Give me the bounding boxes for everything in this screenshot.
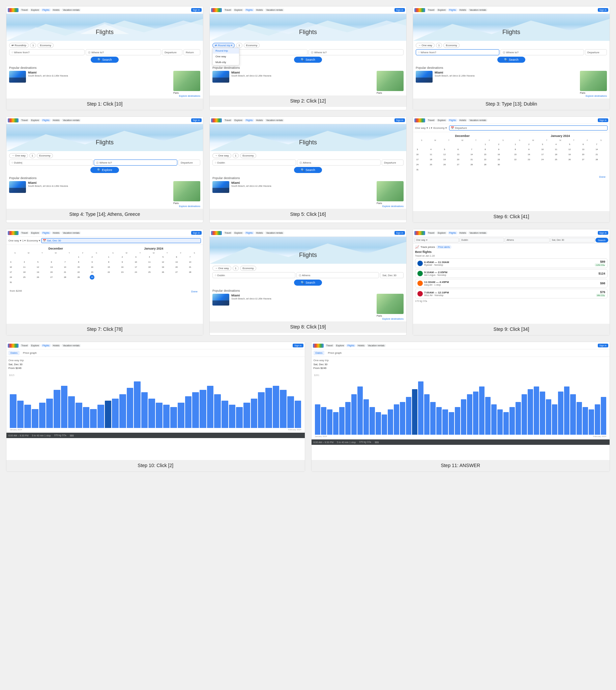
cal-day-4[interactable]: 4 xyxy=(428,147,433,152)
jan-day-24[interactable]: 24 xyxy=(540,157,545,162)
jan-day-27[interactable]: 27 xyxy=(581,157,586,162)
price-bar[interactable] xyxy=(265,388,272,428)
jan-day[interactable]: 12 xyxy=(160,260,165,264)
cal-day[interactable]: 16 xyxy=(90,265,94,269)
cal-day-29[interactable]: 29 xyxy=(483,162,487,167)
price-bar[interactable] xyxy=(370,407,375,435)
nav-travel[interactable]: Travel xyxy=(20,8,29,12)
passengers-chip[interactable]: 1 xyxy=(233,153,239,158)
nav-travel[interactable]: Travel xyxy=(20,119,29,122)
passengers-chip[interactable]: 1 xyxy=(436,43,442,48)
cal-day-18[interactable]: 18 xyxy=(428,157,433,162)
from-field[interactable]: ○ Where from? xyxy=(416,49,499,55)
price-bar[interactable] xyxy=(221,401,228,428)
miami-card[interactable]: Miami South Beach, art deco & Little Hav… xyxy=(9,181,172,203)
explore-destinations-btn[interactable]: Explore destinations xyxy=(9,95,200,97)
jan-day[interactable]: 8 xyxy=(107,260,111,264)
price-bar[interactable] xyxy=(141,392,148,428)
cal-day[interactable]: 13 xyxy=(49,265,54,269)
price-graph-tab[interactable]: Price graph xyxy=(326,351,344,355)
price-bar[interactable] xyxy=(576,402,582,435)
miami-card[interactable]: Miami South Beach, art deco & Little Hav… xyxy=(213,294,375,316)
jan-day[interactable]: 4 xyxy=(147,255,152,259)
jan-day[interactable]: 2 xyxy=(120,255,125,259)
oneway-chip[interactable]: → One way xyxy=(213,266,231,271)
jan-day[interactable]: 27 xyxy=(174,270,179,275)
cal-day-9[interactable]: 9 xyxy=(496,147,501,152)
price-bar[interactable] xyxy=(214,394,221,428)
sign-in-button[interactable]: Sign in xyxy=(191,231,202,235)
price-bar[interactable] xyxy=(134,382,140,428)
jan-day[interactable]: 24 xyxy=(133,270,138,275)
cal-day[interactable]: 15 xyxy=(76,265,81,269)
nav-travel[interactable]: Travel xyxy=(20,344,29,347)
price-bar[interactable] xyxy=(503,412,509,435)
to-field[interactable]: ◎ Where to? xyxy=(94,159,177,166)
price-bar[interactable] xyxy=(589,409,594,435)
nav-vacation[interactable]: Vacation rentals xyxy=(265,231,284,234)
departure-field-active[interactable]: 📅 Departure xyxy=(449,126,608,130)
nav-vacation[interactable]: Vacation rentals xyxy=(265,119,284,122)
class-chip[interactable]: Economy xyxy=(38,43,53,48)
jan-day-11[interactable]: 11 xyxy=(554,147,558,152)
mini-from[interactable]: Dublin xyxy=(460,238,504,242)
price-alerts-button[interactable]: Price alerts xyxy=(436,245,452,249)
jan-day[interactable]: 5 xyxy=(160,255,165,259)
price-bar[interactable] xyxy=(315,404,320,435)
cal-day[interactable]: 21 xyxy=(63,270,67,275)
passengers-chip[interactable]: 1 xyxy=(233,266,239,271)
price-bar[interactable] xyxy=(287,396,294,428)
dates-tab[interactable]: Dates xyxy=(313,351,325,355)
jan-day[interactable]: 17 xyxy=(133,265,138,269)
price-bar[interactable] xyxy=(436,407,442,435)
to-field[interactable]: ◎ Where to? xyxy=(500,49,584,55)
cal-day-15[interactable]: 15 xyxy=(483,152,487,157)
price-bar[interactable] xyxy=(105,401,112,428)
cal-day[interactable]: 6 xyxy=(49,260,54,264)
explore-destinations-btn[interactable]: Explore destinations xyxy=(213,318,403,320)
jan-day[interactable]: 22 xyxy=(107,270,111,275)
jan-day-13[interactable]: 13 xyxy=(581,147,586,152)
cal-day-23[interactable]: 23 xyxy=(496,157,501,162)
nav-flights[interactable]: Flights xyxy=(448,8,458,12)
jan-day-18[interactable]: 18 xyxy=(554,152,558,157)
price-bar[interactable] xyxy=(351,394,357,435)
nav-vacation[interactable]: Vacation rentals xyxy=(61,119,81,122)
price-bar[interactable] xyxy=(258,392,265,428)
passengers-chip[interactable]: 1 xyxy=(236,43,242,48)
cal-day-21[interactable]: 21 xyxy=(469,157,474,162)
flight-card-3[interactable]: 11:30AM — 4:45PM easyJet · 1 stop $98 xyxy=(415,279,608,288)
nav-flights[interactable]: Flights xyxy=(244,231,254,234)
price-bar[interactable] xyxy=(280,390,287,428)
cal-day-19[interactable]: 19 xyxy=(442,157,447,162)
cal-day[interactable]: 12 xyxy=(36,265,40,269)
nav-explore[interactable]: Explore xyxy=(436,231,447,234)
cal-day[interactable]: 8 xyxy=(76,260,81,264)
cal-day[interactable]: 25 xyxy=(22,275,27,280)
jan-day[interactable]: 21 xyxy=(188,265,193,269)
nav-travel[interactable]: Travel xyxy=(325,344,334,347)
cal-day[interactable]: 28 xyxy=(63,275,67,280)
price-bar[interactable] xyxy=(273,386,280,428)
cal-day-7[interactable]: 7 xyxy=(469,147,474,152)
price-bar[interactable] xyxy=(192,392,199,428)
cal-day[interactable]: 3 xyxy=(8,260,13,264)
cal-day-6[interactable]: 6 xyxy=(456,147,461,152)
price-bar[interactable] xyxy=(178,403,184,428)
nav-flights[interactable]: Flights xyxy=(448,231,458,234)
cal-day-22[interactable]: 22 xyxy=(483,157,487,162)
departure-field[interactable]: Departure xyxy=(382,159,403,166)
price-bar[interactable] xyxy=(382,414,387,435)
cal-day-27[interactable]: 27 xyxy=(456,162,461,167)
sign-in-button[interactable]: Sign in xyxy=(395,8,405,12)
flight-card-4[interactable]: 7:00AM — 12:10PM Wizz Air · Nonstop $76 … xyxy=(415,289,608,299)
price-bar[interactable] xyxy=(473,391,479,435)
price-bar[interactable] xyxy=(509,407,515,435)
jan-day-4[interactable]: 4 xyxy=(554,142,558,147)
nav-vacation[interactable]: Vacation rentals xyxy=(468,8,487,12)
nav-hotels[interactable]: Hotels xyxy=(51,231,61,234)
explore-destinations-btn[interactable]: Explore destinations xyxy=(213,205,403,208)
miami-card[interactable]: Miami South Beach, art deco & Little Hav… xyxy=(9,71,172,93)
price-bar[interactable] xyxy=(442,409,448,435)
cal-day[interactable]: 29 xyxy=(76,275,81,280)
